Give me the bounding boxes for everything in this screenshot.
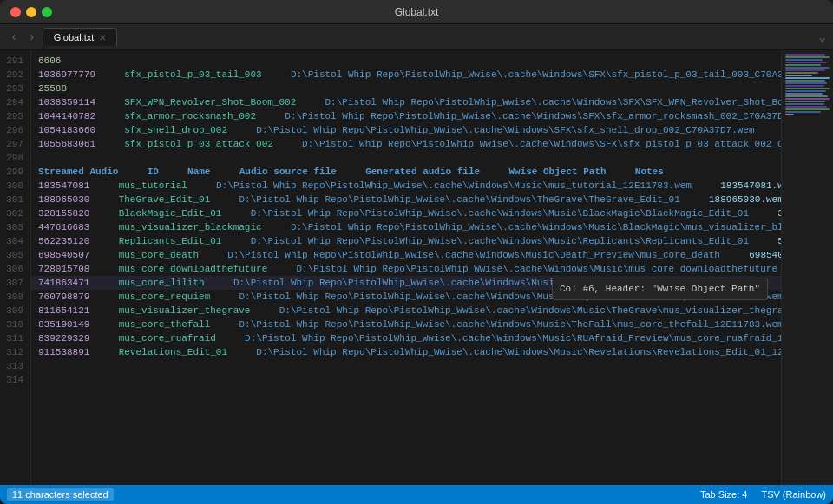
tab-size-info[interactable]: Tab Size: 4 — [700, 489, 747, 500]
code-area[interactable]: 6606 1036977779 sfx_pistol_p_03_tail_003… — [31, 50, 781, 485]
tab-label: Global.txt — [54, 32, 94, 43]
code-line-293: 25588 — [31, 82, 781, 95]
tab-close-icon[interactable]: ✕ — [99, 33, 106, 43]
editor: 291 292 293 294 295 296 297 298 299 300 … — [0, 50, 833, 485]
titlebar: Global.txt — [0, 0, 833, 24]
tabbar: ‹ › Global.txt ✕ ⌄ — [0, 24, 833, 50]
code-line-307: 741863471 mus_core_lilith D:\Pistol Whip… — [31, 276, 781, 290]
code-line-314 — [31, 373, 781, 387]
code-line-305: 698540507 mus_core_death D:\Pistol Whip … — [31, 248, 781, 262]
code-line-310: 835190149 mus_core_thefall D:\Pistol Whi… — [31, 317, 781, 331]
statusbar: 11 characters selected Tab Size: 4 TSV (… — [0, 485, 833, 504]
tab-global-txt[interactable]: Global.txt ✕ — [43, 28, 117, 46]
code-line-299: Streamed Audio ID Name Audio source file… — [31, 165, 781, 179]
code-line-294: 1038359114 SFX_WPN_Revolver_Shot_Boom_00… — [31, 95, 781, 109]
code-line-296: 1054183660 sfx_shell_drop_002 D:\Pistol … — [31, 123, 781, 137]
code-line-292: 1036977779 sfx_pistol_p_03_tail_003 D:\P… — [31, 68, 781, 82]
minimize-button[interactable] — [26, 7, 36, 17]
statusbar-right: Tab Size: 4 TSV (Rainbow) — [700, 489, 826, 500]
minimap[interactable] — [781, 50, 833, 485]
window-title: Global.txt — [395, 6, 439, 18]
code-line-298 — [31, 151, 781, 165]
code-line-302: 328155820 BlackMagic_Edit_01 D:\Pistol W… — [31, 206, 781, 220]
code-line-297: 1055683061 sfx_pistol_p_03_attack_002 D:… — [31, 137, 781, 151]
code-line-301: 188965030 TheGrave_Edit_01 D:\Pistol Whi… — [31, 193, 781, 206]
code-line-313 — [31, 359, 781, 373]
maximize-button[interactable] — [42, 7, 52, 17]
code-line-300: 183547081 mus_tutorial D:\Pistol Whip Re… — [31, 179, 781, 193]
code-line-309: 811654121 mus_visualizer_thegrave D:\Pis… — [31, 304, 781, 317]
code-line-291: 6606 — [31, 54, 781, 68]
code-line-308: 760798879 mus_core_requiem D:\Pistol Whi… — [31, 290, 781, 304]
code-line-311: 839229329 mus_core_ruafraid D:\Pistol Wh… — [31, 331, 781, 345]
code-line-312: 911538891 Revelations_Edit_01 D:\Pistol … — [31, 345, 781, 359]
code-line-304: 562235120 Replicants_Edit_01 D:\Pistol W… — [31, 234, 781, 248]
tab-dropdown-icon[interactable]: ⌄ — [819, 29, 826, 44]
close-button[interactable] — [10, 7, 21, 17]
language-info[interactable]: TSV (Rainbow) — [761, 489, 826, 500]
code-line-303: 447616683 mus_visualizer_blackmagic D:\P… — [31, 220, 781, 234]
nav-back-button[interactable]: ‹ — [7, 29, 21, 46]
selection-info: 11 characters selected — [7, 488, 114, 501]
line-numbers: 291 292 293 294 295 296 297 298 299 300 … — [0, 50, 31, 485]
nav-forward-button[interactable]: › — [24, 29, 38, 46]
traffic-lights — [10, 7, 52, 17]
minimap-content — [782, 50, 833, 119]
code-line-295: 1044140782 sfx_armor_rocksmash_002 D:\Pi… — [31, 109, 781, 123]
code-line-306: 728015708 mus_core_downloadthefuture D:\… — [31, 262, 781, 276]
